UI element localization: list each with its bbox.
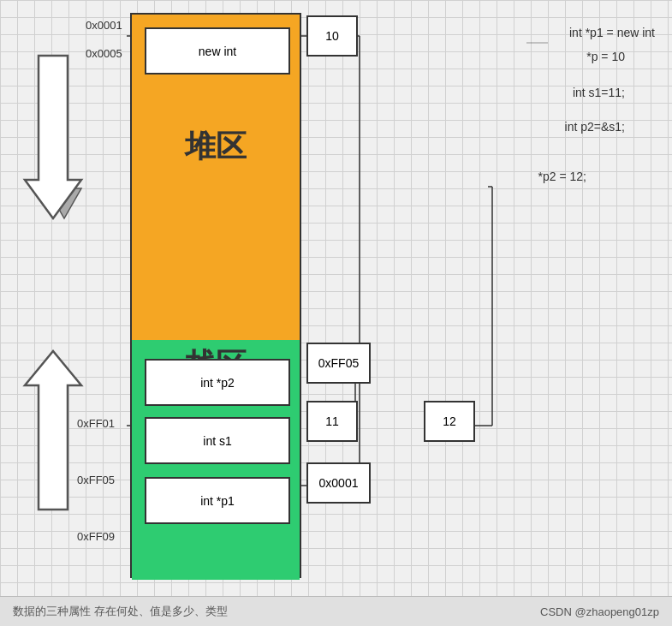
stack-area: 栈区 int *p2 int s1 int *p1 [132,340,300,580]
code-line4: int p2=&s1; [565,120,625,134]
heap-area: 堆区 new int [132,15,300,340]
footer: 数据的三种属性 存在何处、值是多少、类型 CSDN @zhaopeng01zp [0,596,672,626]
svg-marker-5 [25,56,81,218]
memory-block: 堆区 new int 栈区 int *p2 int s1 int *p1 [130,13,301,578]
new-int-text: new int [199,45,236,58]
new-int-cell: new int [145,27,290,75]
svg-marker-6 [25,351,81,510]
s1-text: int s1 [203,434,231,448]
addr-ff09: 0xFF09 [77,530,115,543]
val-box-12: 12 [424,401,475,442]
p2-cell: int *p2 [145,359,290,406]
val-p2: 0xFF05 [318,356,359,370]
footer-right: CSDN @zhaopeng01zp [540,605,659,618]
diagram-content: 堆区 new int 栈区 int *p2 int s1 int *p1 10 [0,0,672,626]
svg-marker-4 [47,60,81,218]
val-p1: 0x0001 [319,476,359,490]
p2-text: int *p2 [200,376,235,390]
val-box-s1: 11 [306,401,358,442]
addr-0005: 0x0005 [86,47,122,60]
addr-ff01: 0xFF01 [77,417,115,430]
s1-cell: int s1 [145,417,290,464]
val-s1: 11 [325,414,339,428]
val-box-p1: 0x0001 [306,462,371,504]
addr-ff05: 0xFF05 [77,474,115,486]
addr-0001: 0x0001 [86,19,122,32]
val-box-p2: 0xFF05 [306,343,371,384]
val-12: 12 [443,414,456,428]
val-10: 10 [325,29,339,43]
code-line1: int *p1 = new int [569,26,655,39]
p1-cell: int *p1 [145,477,290,524]
val-box-10: 10 [306,15,358,57]
footer-left: 数据的三种属性 存在何处、值是多少、类型 [13,604,228,619]
code-line3: int s1=11; [573,86,625,99]
heap-down-arrow [47,60,81,218]
code-line5: *p2 = 12; [538,170,586,183]
heap-label: 堆区 [185,126,247,168]
code-line2: *p = 10 [586,50,625,63]
p1-text: int *p1 [200,494,235,508]
